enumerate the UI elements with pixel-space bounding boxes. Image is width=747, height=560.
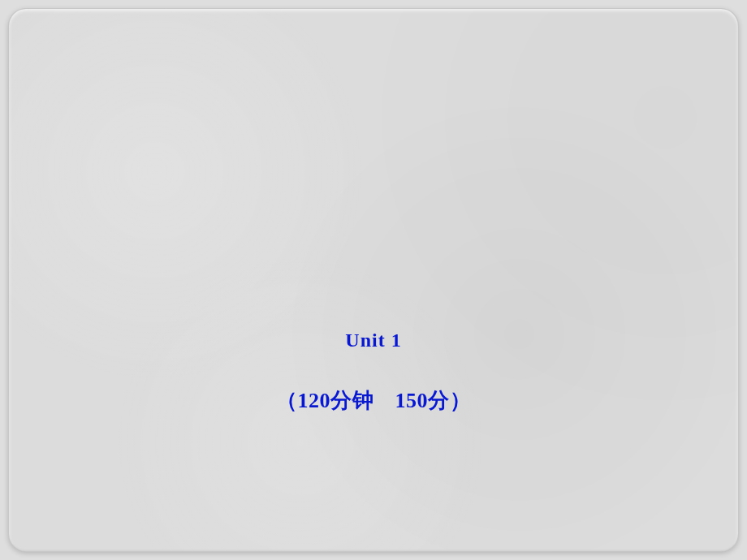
score-line: （120分钟 150分） bbox=[9, 386, 738, 415]
paren-close: ） bbox=[450, 389, 472, 412]
duration-unit: 分钟 bbox=[330, 389, 374, 412]
duration-value: 120 bbox=[298, 389, 331, 412]
spacer bbox=[374, 389, 395, 412]
unit-title: Unit 1 bbox=[9, 330, 738, 351]
unit-number: 1 bbox=[391, 330, 402, 351]
paren-open: （ bbox=[276, 389, 298, 412]
score-unit: 分 bbox=[428, 389, 450, 412]
slide-container: Unit 1 （120分钟 150分） bbox=[8, 8, 739, 552]
score-value: 150 bbox=[395, 389, 429, 412]
unit-label: Unit bbox=[345, 330, 385, 351]
